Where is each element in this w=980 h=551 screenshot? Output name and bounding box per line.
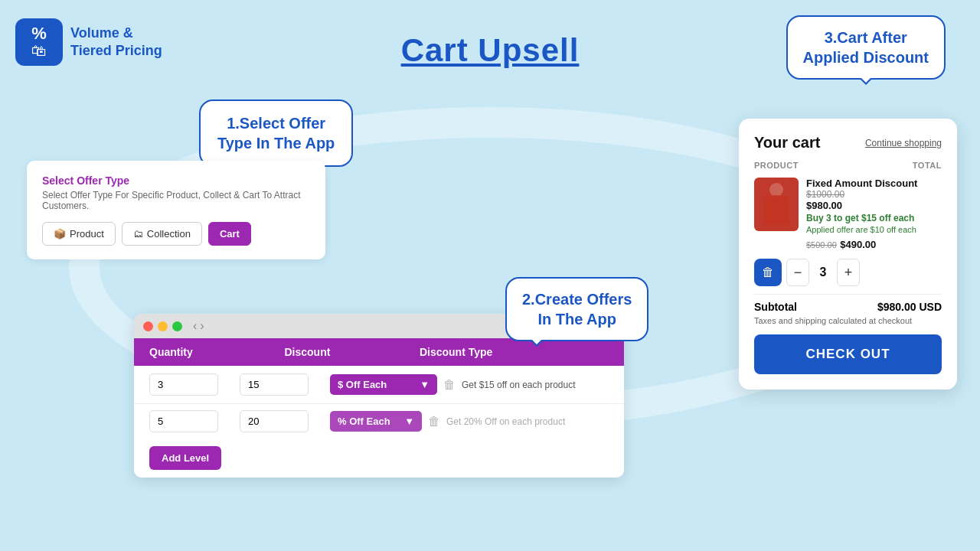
col-product-label: PRODUCT: [754, 161, 799, 170]
logo-bag: 🛍: [31, 42, 47, 60]
col-quantity: Quantity: [149, 346, 284, 358]
table-header: Quantity Discount Discount Type: [134, 338, 624, 366]
offer-row-2: % Off Each ▼ 🗑 Get 20% Off on each produ…: [134, 404, 624, 439]
info-text-1: Get $15 off on each product: [462, 380, 576, 390]
col-discount-type: Discount Type: [420, 346, 609, 358]
cart-divider: [754, 294, 942, 295]
quantity-row: 🗑 − 3 +: [754, 259, 942, 286]
row1-type-info: $ Off Each ▼ 🗑 Get $15 off on each produ…: [330, 374, 609, 395]
discount-field-2[interactable]: [240, 410, 309, 432]
logo-area: % 🛍 Volume & Tiered Pricing: [15, 18, 162, 66]
cart-panel: Your cart Continue shopping PRODUCT TOTA…: [739, 119, 957, 390]
chevron-down-icon-2: ▼: [404, 416, 414, 427]
trash-icon-1[interactable]: 🗑: [443, 378, 456, 392]
browser-close-dot[interactable]: [143, 321, 153, 331]
browser-maximize-dot[interactable]: [172, 321, 182, 331]
browser-nav: ‹ ›: [193, 319, 204, 333]
app-logo-icon: % 🛍: [15, 18, 63, 66]
trash-icon-2[interactable]: 🗑: [428, 415, 440, 429]
type-select-2[interactable]: % Off Each ▼: [330, 411, 422, 432]
qty-decrease-button[interactable]: −: [786, 259, 809, 286]
delete-product-button[interactable]: 🗑: [754, 259, 782, 286]
cart-title: Your cart: [754, 134, 820, 152]
info-text-2: Get 20% Off on each product: [446, 416, 565, 427]
browser-back-icon[interactable]: ‹: [193, 319, 197, 333]
price-original: $1000.00: [806, 189, 942, 200]
discount-field-1[interactable]: [240, 373, 309, 396]
price-sale: $490.00: [840, 239, 876, 250]
product-name: Fixed Amount Discount: [806, 178, 942, 189]
product-icon: 📦: [54, 228, 66, 240]
chevron-down-icon: ▼: [420, 379, 430, 390]
applied-offer: Applied offer are $10 off each: [806, 225, 942, 234]
offer-type-buttons: 📦 Product 🗂 Collection Cart: [42, 222, 310, 246]
cart-header: Your cart Continue shopping: [754, 134, 942, 152]
btn-cart[interactable]: Cart: [208, 222, 251, 246]
price-striked: $500.00: [806, 240, 837, 249]
btn-collection[interactable]: 🗂 Collection: [122, 222, 202, 246]
logo-text: Volume & Tiered Pricing: [70, 24, 162, 60]
product-info: Fixed Amount Discount $1000.00 $980.00 B…: [806, 178, 942, 251]
subtotal-row: Subtotal $980.00 USD: [754, 301, 942, 313]
col-discount: Discount: [284, 346, 419, 358]
subtotal-label: Subtotal: [754, 301, 797, 313]
qty-field-2[interactable]: [149, 410, 218, 432]
tax-note: Taxes and shipping calculated at checkou…: [754, 316, 942, 325]
btn-product[interactable]: 📦 Product: [42, 222, 116, 246]
page-title: Cart Upsell: [401, 32, 580, 69]
browser-forward-icon[interactable]: ›: [200, 319, 204, 333]
svg-point-0: [769, 183, 783, 197]
product-image: [754, 178, 799, 231]
type-select-1[interactable]: $ Off Each ▼: [330, 374, 437, 395]
subtotal-value: $980.00 USD: [877, 301, 942, 313]
col-total-label: TOTAL: [799, 161, 942, 170]
browser-content: Quantity Discount Discount Type $ Off Ea…: [134, 338, 624, 478]
sale-price-row: $500.00 $490.00: [806, 237, 942, 251]
cart-product-row: Fixed Amount Discount $1000.00 $980.00 B…: [754, 178, 942, 251]
cart-columns: PRODUCT TOTAL: [754, 161, 942, 170]
offer-type-title: Select Offer Type: [42, 174, 310, 187]
checkout-button[interactable]: CHECK OUT: [754, 334, 942, 374]
step2-bubble: 2.Create Offers In The App: [505, 277, 648, 341]
offer-type-desc: Select Offer Type For Specific Product, …: [42, 190, 310, 211]
browser-minimize-dot[interactable]: [158, 321, 168, 331]
promo-text: Buy 3 to get $15 off each: [806, 213, 942, 223]
add-level-button[interactable]: Add Level: [149, 446, 221, 470]
step3-bubble: 3.Cart After Applied Discount: [786, 15, 946, 80]
qty-field-1[interactable]: [149, 373, 218, 396]
qty-increase-button[interactable]: +: [837, 259, 860, 286]
collection-icon: 🗂: [133, 228, 143, 240]
continue-shopping-link[interactable]: Continue shopping: [865, 138, 942, 148]
offer-row-1: $ Off Each ▼ 🗑 Get $15 off on each produ…: [134, 366, 624, 404]
product-image-svg: [762, 182, 791, 227]
price-current: $980.00: [806, 200, 942, 211]
step1-bubble: 1.Select Offer Type In The App: [199, 99, 353, 167]
logo-pct: %: [31, 25, 47, 42]
qty-value: 3: [814, 266, 832, 279]
row2-type-info: % Off Each ▼ 🗑 Get 20% Off on each produ…: [330, 411, 609, 432]
